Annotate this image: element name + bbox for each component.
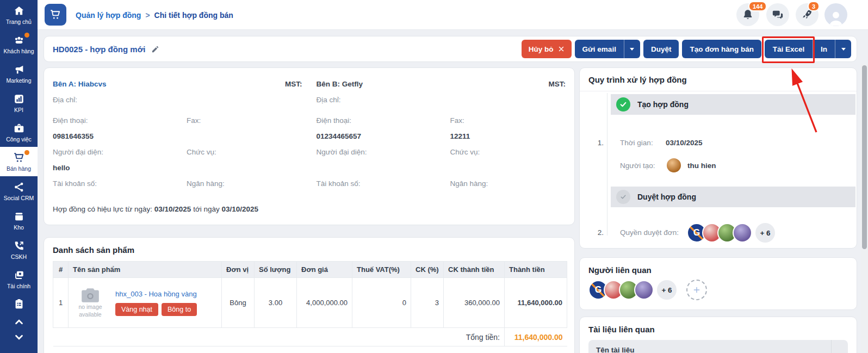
edit-icon[interactable]	[151, 45, 159, 53]
contract-title-bar: HD0025 - hợp đồng mới Hủy bỏ Gửi email D…	[44, 36, 857, 62]
col-unit-price: Đơn giá	[297, 262, 352, 278]
address-label: Địa chỉ:	[53, 96, 187, 104]
messages-button[interactable]	[766, 3, 789, 26]
column-divider	[831, 340, 832, 353]
approvers-label: Quyền duyệt đơn:	[620, 228, 679, 237]
phone-label: Điện thoại:	[317, 116, 450, 125]
sidebar-item-marketing[interactable]: Marketing	[0, 59, 38, 88]
plus-icon	[693, 286, 700, 294]
sidebar-item-sales[interactable]: Bán hàng	[0, 147, 38, 176]
sidebar-item-label: Công việc	[6, 136, 32, 143]
sidebar-item-finance[interactable]: Tài chính	[0, 264, 38, 294]
action-buttons: Hủy bỏ Gửi email Duyệt Tạo đơn hàng bán …	[522, 40, 851, 58]
notifications-badge: 144	[748, 1, 767, 11]
product-tag[interactable]: Vàng nhạt	[115, 303, 158, 316]
sidebar-item-label: KPI	[14, 107, 23, 113]
no-image-placeholder: no image available	[73, 287, 108, 318]
position-label: Chức vụ:	[187, 148, 302, 156]
product-list-title: Danh sách sản phẩm	[53, 245, 566, 255]
account-label: Tài khoản số:	[317, 179, 450, 188]
notifications-button[interactable]: 144	[736, 3, 759, 26]
sidebar-item-tasks[interactable]: Công việc	[0, 117, 38, 147]
workflow-timeline: Tạo hợp đồng 1. Thời gian: 03/10/2025 Ng…	[580, 92, 857, 248]
avatar[interactable]	[634, 280, 654, 300]
discount-pct-cell: 3	[411, 278, 444, 328]
person-icon	[827, 9, 845, 26]
phone-value: 01234465657	[317, 132, 450, 140]
briefcase-icon	[13, 122, 25, 134]
step-number: 2.	[593, 228, 604, 237]
create-sales-order-button[interactable]: Tạo đơn hàng bán	[682, 40, 761, 58]
breadcrumb: Quản lý hợp đồng > Chi tiết hợp đồng bán	[76, 0, 233, 30]
product-tag[interactable]: Bông to	[162, 303, 197, 316]
col-product-name: Tên sản phẩm	[69, 262, 222, 278]
party-a-block: Bên A: Hiabcvs MST: Địa chỉ: Điện thoại:…	[53, 76, 302, 191]
workflow-card: Quy trình xử lý hợp đồng Tạo hợp đồng 1.…	[579, 67, 857, 249]
updates-button[interactable]: 3	[796, 3, 819, 26]
megaphone-icon	[13, 64, 25, 76]
workflow-time-row: 1. Thời gian: 03/10/2025	[580, 139, 857, 151]
cancel-button[interactable]: Hủy bỏ	[522, 40, 572, 58]
workflow-approvers-row: 2. Quyền duyệt đơn: G + 6	[580, 222, 857, 244]
add-person-button[interactable]	[686, 280, 707, 300]
sidebar-item-cskh[interactable]: CSKH	[0, 235, 38, 264]
sidebar-item-label: Social CRM	[4, 195, 34, 201]
approve-button[interactable]: Duyệt	[643, 40, 679, 58]
sidebar-item-label: Kho	[14, 224, 24, 231]
user-avatar[interactable]	[824, 3, 847, 26]
export-dropdown[interactable]	[835, 40, 851, 58]
totals-row: Tổng tiền: 11,640,000.00	[53, 328, 567, 346]
more-avatars-badge[interactable]: + 6	[657, 280, 677, 300]
sidebar-item-label: Tài chính	[7, 283, 30, 289]
sidebar-item-customers[interactable]: Khách hàng	[0, 29, 38, 59]
party-b-mst-label: MST:	[549, 80, 566, 88]
line-total-cell: 11,640,000.00	[505, 278, 567, 328]
avatar[interactable]	[733, 223, 752, 243]
send-email-button[interactable]: Gửi email	[575, 40, 624, 58]
module-cart-button[interactable]	[45, 4, 66, 26]
sidebar-scroll-down[interactable]	[0, 330, 38, 345]
more-avatars-badge[interactable]: + 6	[755, 223, 775, 243]
sidebar-item-reports[interactable]	[0, 294, 38, 314]
contract-validity: Hợp đồng có hiệu lực từ ngày: 03/10/2025…	[53, 205, 566, 213]
address-label: Địa chỉ:	[317, 96, 450, 104]
photos-icon	[13, 269, 25, 281]
sidebar-item-home[interactable]: Trang chủ	[0, 0, 38, 29]
party-a-name-link[interactable]: Bên A: Hiabcvs	[53, 80, 107, 88]
topbar: Quản lý hợp đồng > Chi tiết hợp đồng bán…	[38, 0, 868, 30]
product-cell: no image available hhx_003 - Hoa hồng và…	[69, 278, 222, 328]
creator-avatar[interactable]	[666, 157, 682, 174]
clipboard-icon	[13, 298, 25, 310]
workflow-creator-row: Người tạo: thu hien	[580, 157, 857, 176]
no-image-text: available	[79, 311, 101, 318]
send-email-label: Gửi email	[582, 45, 616, 53]
print-button[interactable]: In	[813, 40, 835, 58]
sidebar-item-warehouse[interactable]: Kho	[0, 206, 38, 235]
sidebar-item-social-crm[interactable]: Social CRM	[0, 176, 38, 206]
sidebar-scroll-up[interactable]	[0, 314, 38, 330]
breadcrumb-parent[interactable]: Quản lý hợp đồng	[76, 11, 141, 20]
logo-letter: G	[693, 228, 700, 238]
col-vat: Thuế VAT(%)	[352, 262, 411, 278]
sidebar-item-kpi[interactable]: KPI	[0, 88, 38, 117]
breadcrumb-current: Chi tiết hợp đồng bán	[154, 11, 233, 20]
product-table: # Tên sản phẩm Đơn vị Số lượng Đơn giá T…	[53, 261, 567, 346]
logo-letter: G	[595, 285, 602, 295]
export-button-wrap: Tải Excel In	[765, 40, 851, 58]
product-link[interactable]: hhx_003 - Hoa hồng vàng	[115, 290, 197, 298]
send-email-dropdown[interactable]	[624, 40, 640, 58]
total-label: Tổng tiền:	[53, 328, 505, 346]
download-excel-label: Tải Excel	[773, 45, 805, 53]
approve-label: Duyệt	[651, 45, 672, 53]
unit-cell: Bông	[222, 278, 255, 328]
col-discount-amount: CK thành tiền	[444, 262, 505, 278]
fax-value: 12211	[450, 132, 566, 140]
sidebar: Trang chủ Khách hàng Marketing KPI Công …	[0, 0, 38, 353]
download-excel-button[interactable]: Tải Excel	[765, 40, 813, 58]
workflow-step-created: Tạo hợp đồng	[611, 94, 855, 115]
scrollbar-thumb[interactable]	[862, 65, 867, 249]
fax-label: Fax:	[450, 116, 566, 125]
cart-icon	[13, 152, 25, 164]
contract-parties-card: Bên A: Hiabcvs MST: Địa chỉ: Điện thoại:…	[44, 67, 575, 225]
bank-label: Ngân hàng:	[450, 179, 566, 188]
